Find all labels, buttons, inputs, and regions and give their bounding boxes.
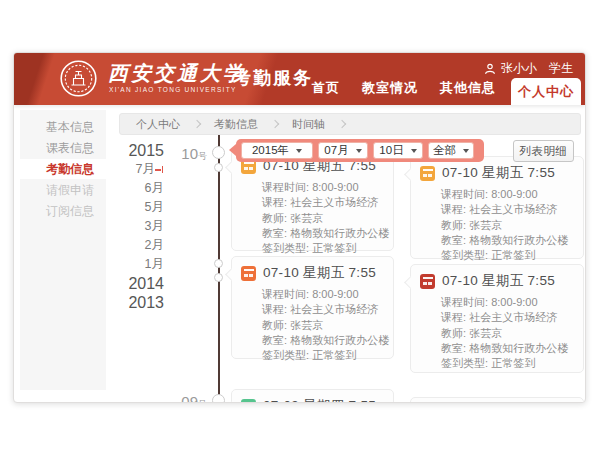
nav-item-personal-center-active[interactable]: 个人中心 xyxy=(511,78,581,105)
attendance-card-header: 07-10 星期五 7:55 xyxy=(411,265,583,293)
attendance-card-body: 课程时间: 8:00-9:00 课程: 社会主义市场经济 教师: 张芸京 教室:… xyxy=(411,293,583,377)
attendance-card-header: 07-10 星期五 7:55 xyxy=(232,257,393,285)
attendance-card: 07-10 星期五 7:55 课程时间: 8:00-9:00 课程: 社会主义市… xyxy=(231,149,394,251)
attendance-card: 07-09 星期四 7:55 xyxy=(231,389,394,403)
attendance-card-body: 课程时间: 8:00-9:00 课程: 社会主义市场经济 教师: 张芸京 教室:… xyxy=(232,285,393,369)
caret-down-icon xyxy=(463,149,469,153)
field-label: 教师: xyxy=(262,212,287,224)
list-detail-button[interactable]: 列表明细 xyxy=(513,140,574,162)
timeline-month-may[interactable]: 5月 xyxy=(74,198,164,217)
timeline-day-10: 10号 xyxy=(164,145,207,163)
chevron-right-icon xyxy=(193,120,201,128)
attendance-card: 07-10 星期五 7:55 课程时间: 8:00-9:00 课程: 社会主义市… xyxy=(410,156,584,259)
calendar-icon xyxy=(420,166,435,181)
year-select[interactable]: 2015年 xyxy=(241,142,313,159)
attendance-date: 07-09 星期四 7:55 xyxy=(263,397,376,403)
field-label: 课程时间: xyxy=(262,288,309,300)
timeline-year-2014[interactable]: 2014 xyxy=(74,274,164,293)
field-value: 格物致知行政办公楼 xyxy=(469,342,568,354)
field-label: 课程: xyxy=(262,303,287,315)
timeline-month-march[interactable]: 3月 xyxy=(74,217,164,236)
timeline-month-february[interactable]: 2月 xyxy=(74,236,164,255)
timeline-node xyxy=(214,163,223,172)
timeline-axis xyxy=(218,135,220,403)
field-label: 签到类型: xyxy=(262,242,309,254)
field-label: 签到类型: xyxy=(262,349,309,361)
day-select[interactable]: 10日 xyxy=(373,142,423,159)
field-value: 社会主义市场经济 xyxy=(290,303,378,315)
breadcrumb-attendance-info[interactable]: 考勤信息 xyxy=(202,117,270,132)
timeline-node xyxy=(212,394,225,403)
field-value: 8:00-9:00 xyxy=(491,296,537,308)
field-value: 正常签到 xyxy=(491,357,535,369)
field-value: 社会主义市场经济 xyxy=(469,311,557,323)
nav-item-other-info[interactable]: 其他信息 xyxy=(429,79,507,105)
current-month-marker-icon xyxy=(155,165,164,174)
user-menu[interactable]: 张小小 学生 xyxy=(484,60,573,77)
field-value: 张芸京 xyxy=(469,219,502,231)
field-label: 课程: xyxy=(441,311,466,323)
field-label: 课程时间: xyxy=(262,181,309,193)
app-header: 西安交通大学 XI'AN JIAO TONG UNIVERSITY 考勤服务 张… xyxy=(14,53,585,105)
nav-item-classrooms[interactable]: 教室情况 xyxy=(351,79,429,105)
field-label: 课程: xyxy=(441,203,466,215)
breadcrumb-personal-center[interactable]: 个人中心 xyxy=(124,117,192,132)
field-label: 教室: xyxy=(441,342,466,354)
field-label: 课程时间: xyxy=(441,188,488,200)
app-window: 西安交通大学 XI'AN JIAO TONG UNIVERSITY 考勤服务 张… xyxy=(13,52,586,403)
timeline-month-july[interactable]: 7月 xyxy=(74,160,164,179)
page-canvas: 西安交通大学 XI'AN JIAO TONG UNIVERSITY 考勤服务 张… xyxy=(0,0,600,450)
university-name-cn: 西安交通大学 xyxy=(108,60,246,87)
field-value: 正常签到 xyxy=(312,242,356,254)
university-logo-icon xyxy=(59,59,98,98)
caret-down-icon xyxy=(296,149,302,153)
timeline-scale: 2015 7月 6月 5月 3月 2月 1月 2014 2013 xyxy=(74,141,164,312)
attendance-card-clipped xyxy=(410,397,584,403)
timeline-node xyxy=(212,146,225,159)
user-role: 学生 xyxy=(549,60,573,77)
attendance-card-body: 课程时间: 8:00-9:00 课程: 社会主义市场经济 教师: 张芸京 教室:… xyxy=(411,185,583,269)
field-label: 教室: xyxy=(262,227,287,239)
field-value: 张芸京 xyxy=(290,319,323,331)
timeline-node xyxy=(214,273,223,282)
field-value: 格物致知行政办公楼 xyxy=(290,227,389,239)
timeline-month-june[interactable]: 6月 xyxy=(74,179,164,198)
field-value: 格物致知行政办公楼 xyxy=(290,334,389,346)
field-label: 教师: xyxy=(441,219,466,231)
date-filter-bar: 2015年 07月 10日 全部 xyxy=(236,139,484,162)
attendance-date: 07-10 星期五 7:55 xyxy=(263,264,376,282)
field-label: 签到类型: xyxy=(441,249,488,261)
field-value: 8:00-9:00 xyxy=(312,181,358,193)
timeline-year-2013[interactable]: 2013 xyxy=(74,293,164,312)
sidebar-item-basic-info[interactable]: 基本信息 xyxy=(20,117,106,137)
field-label: 签到类型: xyxy=(441,357,488,369)
month-select[interactable]: 07月 xyxy=(318,142,368,159)
user-icon xyxy=(484,63,496,75)
attendance-card-body: 课程时间: 8:00-9:00 课程: 社会主义市场经济 教师: 张芸京 教室:… xyxy=(232,178,393,262)
field-value: 张芸京 xyxy=(469,327,502,339)
field-label: 教室: xyxy=(262,334,287,346)
field-label: 教师: xyxy=(262,319,287,331)
user-name: 张小小 xyxy=(501,60,537,77)
field-value: 8:00-9:00 xyxy=(312,288,358,300)
breadcrumb-timeline[interactable]: 时间轴 xyxy=(280,117,337,132)
field-label: 教师: xyxy=(441,327,466,339)
nav-item-home[interactable]: 首页 xyxy=(301,79,351,105)
attendance-card-header: 07-09 星期四 7:55 xyxy=(232,390,393,403)
type-select[interactable]: 全部 xyxy=(428,142,474,159)
timeline-month-january[interactable]: 1月 xyxy=(74,255,164,274)
caret-down-icon xyxy=(411,149,417,153)
field-value: 社会主义市场经济 xyxy=(469,203,557,215)
breadcrumb: 个人中心 考勤信息 时间轴 xyxy=(119,113,581,135)
calendar-icon xyxy=(241,266,256,281)
field-value: 正常签到 xyxy=(491,249,535,261)
attendance-card: 07-10 星期五 7:55 课程时间: 8:00-9:00 课程: 社会主义市… xyxy=(231,256,394,359)
timeline-day-09: 09号 xyxy=(164,393,207,403)
caret-down-icon xyxy=(356,149,362,153)
timeline-year-2015[interactable]: 2015 xyxy=(74,141,164,160)
field-value: 8:00-9:00 xyxy=(491,188,537,200)
field-label: 课程: xyxy=(262,196,287,208)
attendance-card: 07-10 星期五 7:55 课程时间: 8:00-9:00 课程: 社会主义市… xyxy=(410,264,584,373)
field-label: 课程时间: xyxy=(441,296,488,308)
attendance-date: 07-10 星期五 7:55 xyxy=(442,272,555,290)
